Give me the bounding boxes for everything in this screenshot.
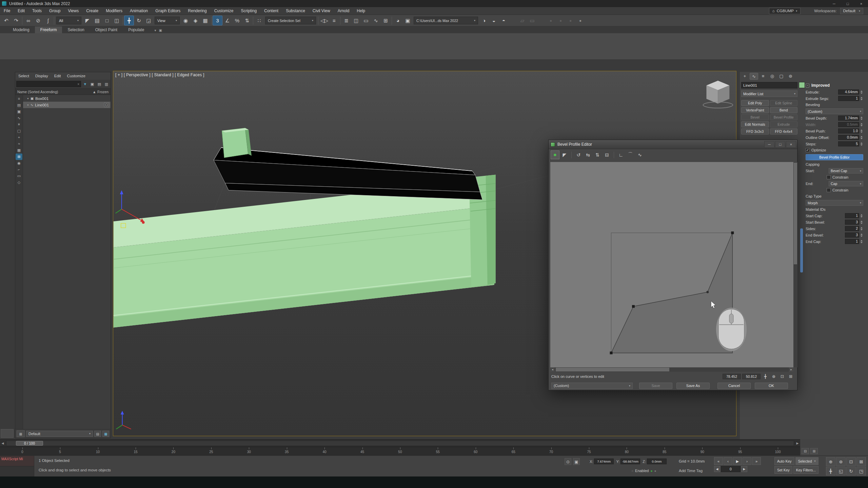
snaps-toggle-icon[interactable]: 3 <box>213 16 222 25</box>
select-rotate-icon[interactable]: ↻ <box>134 16 144 25</box>
menu-item[interactable]: Arnold <box>334 7 353 15</box>
maxscript-listener-label[interactable]: MAXScript Mi <box>0 456 34 466</box>
param-value[interactable]: 0.5mm <box>838 122 859 127</box>
render-preview-icon[interactable]: ◓ <box>499 16 509 25</box>
bevel-profile-button[interactable]: Bevel Profile <box>770 114 798 120</box>
coordinate-value[interactable]: 7.674mm <box>594 459 614 464</box>
redo-icon[interactable]: ↷ <box>11 16 21 25</box>
corner-line-icon[interactable]: ∟ <box>616 150 625 159</box>
spinner-arrows-icon[interactable] <box>860 128 863 134</box>
display-groups-icon[interactable]: ▦ <box>16 147 22 154</box>
render-path-field[interactable]: C:\Users\UI...ds Max 2022 ▾ <box>414 17 478 24</box>
cgbump-dropdown[interactable]: ⌂ CGBUMP ▾ <box>769 8 801 14</box>
explorer-footer-icon-1[interactable]: ▤ <box>94 431 101 437</box>
spinner-arrows-icon[interactable] <box>860 89 863 95</box>
spinner-arrows-icon[interactable] <box>860 96 863 101</box>
selection-lock-icon[interactable]: ▣ <box>573 458 580 465</box>
viewcube[interactable] <box>703 81 733 108</box>
maxscript-mini-listener[interactable]: MAXScript Mi <box>0 456 34 477</box>
explorer-column-header[interactable]: Name (Sorted Ascending) ▲ Frozen <box>15 88 111 95</box>
ffd-3x3x3-button[interactable]: FFD 3x3x3 <box>741 128 769 135</box>
go-start-button[interactable]: « <box>714 457 723 465</box>
object-color-swatch[interactable] <box>799 82 805 88</box>
explorer-menu-item[interactable]: Select <box>15 74 32 78</box>
close-button[interactable]: × <box>854 0 868 7</box>
curve-editor-icon[interactable]: ∿ <box>371 16 381 25</box>
menu-item[interactable]: Modifiers <box>102 7 126 15</box>
select-scale-icon[interactable]: ◲ <box>144 16 154 25</box>
orbit-icon[interactable]: ↻ <box>846 467 856 475</box>
rect-selection-region-icon[interactable]: □ <box>102 16 112 25</box>
ok-button[interactable]: OK <box>755 383 788 389</box>
spinner-arrows-icon[interactable] <box>860 116 863 121</box>
render-setup-icon[interactable]: ◕ <box>393 16 403 25</box>
scrollbar-thumb[interactable] <box>556 368 669 371</box>
reset-profile-icon[interactable]: ⊟ <box>603 150 611 159</box>
maxscript-listener-input[interactable] <box>0 466 34 476</box>
param-value[interactable]: 1.0 <box>838 128 859 134</box>
zoom-icon[interactable]: ⊕ <box>826 457 835 466</box>
next-frame-icon[interactable]: ▶ <box>795 440 800 446</box>
list-view-icon[interactable]: ▤ <box>96 82 102 86</box>
param-spinner[interactable]: 5 <box>838 141 863 146</box>
time-slider-handle[interactable]: 0 / 100 <box>16 441 43 446</box>
spinner-arrows-icon[interactable] <box>860 220 863 225</box>
bevel-profile-editor-button[interactable]: Bevel Profile Editor <box>806 154 863 160</box>
menu-item[interactable]: Substance <box>282 7 309 15</box>
param-value[interactable]: 5 <box>838 141 859 146</box>
undo-icon[interactable]: ↶ <box>1 16 11 25</box>
scroll-left-icon[interactable]: ◂ <box>550 367 555 372</box>
motion-tab[interactable]: ◎ <box>768 73 776 80</box>
cap-type-dropdown[interactable]: Morph ▾ <box>806 200 863 206</box>
render-iterative-icon[interactable]: ◒ <box>489 16 499 25</box>
explorer-menu-item[interactable]: Edit <box>51 74 64 78</box>
param-value[interactable]: 1 <box>845 213 859 218</box>
menu-item[interactable]: Create <box>82 7 102 15</box>
zoom-region-icon[interactable]: ⊡ <box>778 373 786 380</box>
tab-object-paint[interactable]: Object Paint <box>90 26 123 33</box>
param-value[interactable]: 1 <box>845 239 859 244</box>
spinner-arrows-icon[interactable] <box>860 135 863 140</box>
maximize-viewport-icon[interactable]: ◳ <box>856 467 866 475</box>
spinner-arrows-icon[interactable] <box>860 122 863 127</box>
dock-corner-icon[interactable] <box>1 429 14 438</box>
bind-spacewarp-icon[interactable]: ∫ <box>43 16 53 25</box>
profile-shape[interactable] <box>611 233 733 353</box>
isolate-selection-icon[interactable]: ⊙ <box>565 458 571 465</box>
scrollbar-thumb[interactable] <box>794 163 797 264</box>
display-geometry-icon[interactable]: ▣ <box>16 108 22 115</box>
left-cap-object[interactable] <box>222 128 252 158</box>
vertical-scrollbar[interactable] <box>793 162 797 367</box>
utilities-tab[interactable]: ⊚ <box>786 73 795 80</box>
set-key-button[interactable]: Set Key <box>774 466 792 474</box>
next-frame-button[interactable]: › <box>743 457 751 465</box>
object-name-label[interactable]: Line001 <box>35 103 49 107</box>
ribbon-pin-icon[interactable]: ▣ <box>159 28 162 32</box>
bend-button[interactable]: Bend <box>770 107 798 113</box>
explorer-footer-icon-2[interactable]: ▦ <box>102 431 109 437</box>
display-helpers-icon[interactable]: + <box>16 134 22 141</box>
object-name-label[interactable]: Box001 <box>35 97 48 101</box>
profile-handle-dot[interactable] <box>706 291 709 293</box>
lock-icon[interactable]: ▣ <box>89 82 95 86</box>
explorer-menu-item[interactable]: Customize <box>64 74 88 78</box>
constrain-checkbox[interactable] <box>827 175 831 179</box>
row-action-icon[interactable]: ▢ <box>104 103 109 107</box>
param-spinner[interactable]: 4.64mm <box>838 89 863 95</box>
auto-key-button[interactable]: Auto Key <box>774 457 794 465</box>
current-frame-field[interactable]: 0 <box>721 466 741 472</box>
vertexpaint-button[interactable]: VertexPaint <box>741 107 769 113</box>
schematic-view-icon[interactable]: ⊞ <box>381 16 391 25</box>
use-pivot-center-icon[interactable]: ◉ <box>181 16 191 25</box>
pan-icon[interactable]: ╋ <box>762 373 769 380</box>
zoom-all-icon[interactable]: ⊚ <box>836 457 846 466</box>
close-button[interactable]: × <box>786 141 796 148</box>
menu-item[interactable]: Scripting <box>237 7 260 15</box>
workspace-dropdown[interactable]: Default ▾ <box>840 8 863 14</box>
optimize-checkbox[interactable]: ✓ <box>806 148 810 152</box>
spinner-arrows-icon[interactable] <box>860 226 863 231</box>
ffd-4x4x4-button[interactable]: FFD 4x4x4 <box>770 128 798 135</box>
go-end-button[interactable]: » <box>752 457 761 465</box>
menu-item[interactable]: Civil View <box>309 7 334 15</box>
display-frozen-icon[interactable]: ◇ <box>16 179 22 186</box>
